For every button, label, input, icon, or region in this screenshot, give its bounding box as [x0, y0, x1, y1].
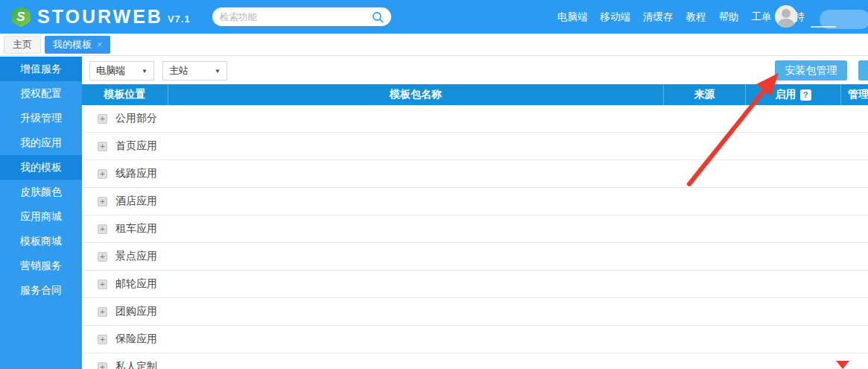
- main-content: 电脑端 ▼ 主站 ▼ 安装包管理 模板位置 模板包名称 来源 启用 ? 管理 +…: [82, 57, 868, 369]
- row-label: 租车应用: [115, 222, 157, 236]
- sidebar-item-marketing-services[interactable]: 营销服务: [0, 253, 82, 278]
- device-select-value: 电脑端: [96, 64, 125, 78]
- tab-home[interactable]: 主页: [4, 36, 41, 54]
- table-row[interactable]: + 线路应用: [82, 160, 868, 188]
- nav-item-mobile[interactable]: 移动端: [601, 10, 631, 24]
- sidebar-item-upgrade-management[interactable]: 升级管理: [0, 106, 82, 130]
- app-window: S STOURWEB V7.1 电脑端 移动端 清缓存 教程 帮助 工单 支持: [0, 0, 868, 369]
- table-row[interactable]: + 首页应用: [82, 133, 868, 160]
- sidebar: 增值服务 授权配置 升级管理 我的应用 我的模板 皮肤颜色 应用商城 模板商城 …: [0, 57, 82, 369]
- plus-icon[interactable]: +: [98, 169, 107, 179]
- plus-icon[interactable]: +: [98, 362, 107, 369]
- table-row[interactable]: + 团购应用: [82, 298, 868, 326]
- site-select[interactable]: 主站 ▼: [162, 61, 227, 81]
- col-enable: 启用 ?: [745, 84, 840, 105]
- brand-name: STOURWEB: [37, 6, 163, 28]
- tab-my-templates[interactable]: 我的模板 ×: [45, 36, 110, 54]
- sidebar-item-service-contract[interactable]: 服务合同: [0, 278, 82, 303]
- top-nav: 电脑端 移动端 清缓存 教程 帮助 工单 支持: [557, 0, 805, 34]
- nav-item-help[interactable]: 帮助: [719, 10, 739, 24]
- caret-down-icon: ▼: [215, 68, 221, 75]
- nav-item-ticket[interactable]: 工单: [752, 10, 772, 24]
- tab-my-templates-label: 我的模板: [53, 38, 92, 51]
- col-manage: 管理: [840, 84, 868, 105]
- plus-icon[interactable]: +: [98, 307, 107, 317]
- red-triangle-marker: [836, 361, 849, 369]
- tab-bar: 主页 我的模板 ×: [0, 34, 868, 56]
- row-label: 团购应用: [115, 305, 157, 318]
- toolbar: 电脑端 ▼ 主站 ▼ 安装包管理: [82, 57, 868, 84]
- caret-down-icon: ▼: [142, 68, 148, 75]
- sidebar-item-app-store[interactable]: 应用商城: [0, 204, 82, 229]
- col-template-package-name: 模板包名称: [168, 84, 663, 105]
- help-icon[interactable]: ?: [800, 89, 811, 101]
- avatar-person-icon: [782, 9, 791, 18]
- top-bar: S STOURWEB V7.1 电脑端 移动端 清缓存 教程 帮助 工单 支持: [0, 0, 868, 34]
- search-input[interactable]: [220, 12, 372, 22]
- row-label: 线路应用: [115, 167, 157, 180]
- plus-icon[interactable]: +: [98, 280, 107, 289]
- partial-right-button[interactable]: [858, 60, 868, 81]
- site-select-value: 主站: [169, 64, 189, 78]
- table-header: 模板位置 模板包名称 来源 启用 ? 管理: [82, 84, 868, 105]
- nav-item-pc[interactable]: 电脑端: [557, 10, 588, 24]
- sidebar-item-template-store[interactable]: 模板商城: [0, 229, 82, 253]
- brand-logo-icon: S: [10, 7, 31, 28]
- row-label: 首页应用: [115, 139, 157, 153]
- table-row[interactable]: + 景点应用: [82, 243, 868, 271]
- table-row[interactable]: + 公用部分: [82, 105, 868, 133]
- col-enable-label: 启用: [776, 88, 796, 101]
- tab-home-label: 主页: [13, 38, 32, 51]
- row-label: 保险应用: [115, 332, 157, 346]
- col-source: 来源: [663, 84, 745, 105]
- nav-item-tutorial[interactable]: 教程: [686, 10, 706, 24]
- close-icon[interactable]: ×: [97, 40, 102, 50]
- row-label: 景点应用: [115, 250, 157, 263]
- plus-icon[interactable]: +: [98, 114, 107, 124]
- row-label: 邮轮应用: [115, 277, 157, 291]
- brand-version: V7.1: [168, 13, 191, 25]
- sidebar-item-authorization-config[interactable]: 授权配置: [0, 81, 82, 106]
- sidebar-item-my-templates[interactable]: 我的模板: [0, 155, 82, 180]
- sidebar-item-skin-colors[interactable]: 皮肤颜色: [0, 180, 82, 204]
- table-row[interactable]: + 酒店应用: [82, 188, 868, 215]
- plus-icon[interactable]: +: [98, 335, 107, 344]
- col-template-position: 模板位置: [82, 84, 168, 105]
- logo-letter: S: [16, 10, 25, 25]
- search-box[interactable]: [212, 7, 391, 26]
- search-icon[interactable]: [372, 11, 384, 23]
- install-package-manage-button[interactable]: 安装包管理: [775, 60, 847, 81]
- table-row[interactable]: + 邮轮应用: [82, 271, 868, 298]
- user-avatar[interactable]: [775, 5, 797, 28]
- nav-item-clear-cache[interactable]: 清缓存: [643, 10, 674, 24]
- plus-icon[interactable]: +: [98, 252, 107, 262]
- plus-icon[interactable]: +: [98, 197, 107, 206]
- table-body: + 公用部分 + 首页应用 + 线路应用 + 酒店应用 + 租车应用 + 景点应…: [82, 105, 868, 369]
- sidebar-item-my-apps[interactable]: 我的应用: [0, 130, 82, 155]
- table-row[interactable]: + 保险应用: [82, 326, 868, 353]
- brand-logo[interactable]: S STOURWEB V7.1: [10, 6, 191, 28]
- row-label: 酒店应用: [115, 195, 157, 208]
- device-select[interactable]: 电脑端 ▼: [89, 61, 154, 81]
- sidebar-item-value-added-services[interactable]: 增值服务: [0, 57, 82, 81]
- username-redacted-area: [820, 10, 868, 29]
- table-row[interactable]: + 租车应用: [82, 215, 868, 243]
- row-label: 公用部分: [115, 112, 157, 125]
- plus-icon[interactable]: +: [98, 224, 107, 234]
- table-row[interactable]: + 私人定制: [82, 353, 868, 369]
- row-label: 私人定制: [115, 360, 157, 369]
- plus-icon[interactable]: +: [98, 142, 107, 151]
